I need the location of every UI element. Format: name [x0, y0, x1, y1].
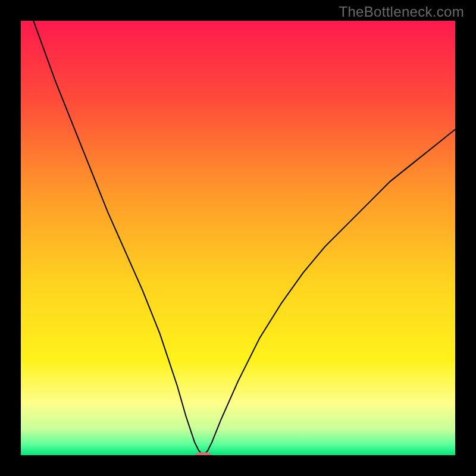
plot-area [21, 21, 455, 455]
chart-frame: TheBottleneck.com [0, 0, 476, 476]
watermark-text: TheBottleneck.com [339, 4, 464, 20]
chart-svg [21, 21, 455, 455]
chart-background [21, 21, 455, 455]
